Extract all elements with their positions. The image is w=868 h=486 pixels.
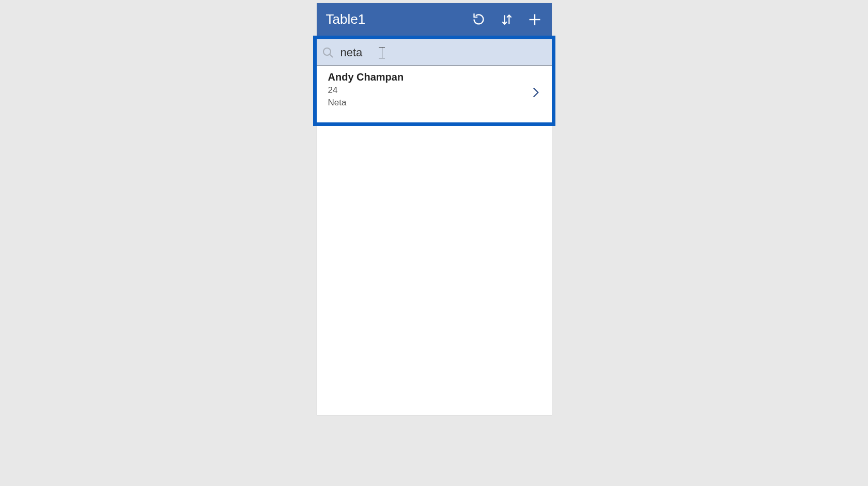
- search-icon: [322, 46, 334, 59]
- list-item-title: Andy Champan: [328, 71, 404, 83]
- list-item-text: Andy Champan 24 Neta: [328, 71, 404, 108]
- header-bar: Table1: [317, 3, 552, 36]
- search-row[interactable]: [317, 39, 552, 66]
- app-screen: Table1: [317, 3, 552, 415]
- sort-icon[interactable]: [499, 12, 515, 27]
- empty-list-area: [317, 126, 552, 415]
- add-icon[interactable]: [527, 12, 542, 27]
- svg-line-5: [330, 54, 333, 57]
- list-item-line3: Neta: [328, 98, 404, 108]
- text-cursor-icon: [378, 47, 386, 58]
- refresh-icon[interactable]: [471, 12, 487, 27]
- highlight-region: Andy Champan 24 Neta: [313, 36, 555, 126]
- svg-point-4: [323, 48, 331, 55]
- header-title: Table1: [326, 11, 366, 27]
- list-item-line2: 24: [328, 85, 404, 96]
- list-item[interactable]: Andy Champan 24 Neta: [317, 66, 552, 122]
- header-actions: [471, 12, 542, 27]
- search-input[interactable]: [340, 46, 371, 59]
- chevron-right-icon: [529, 86, 542, 99]
